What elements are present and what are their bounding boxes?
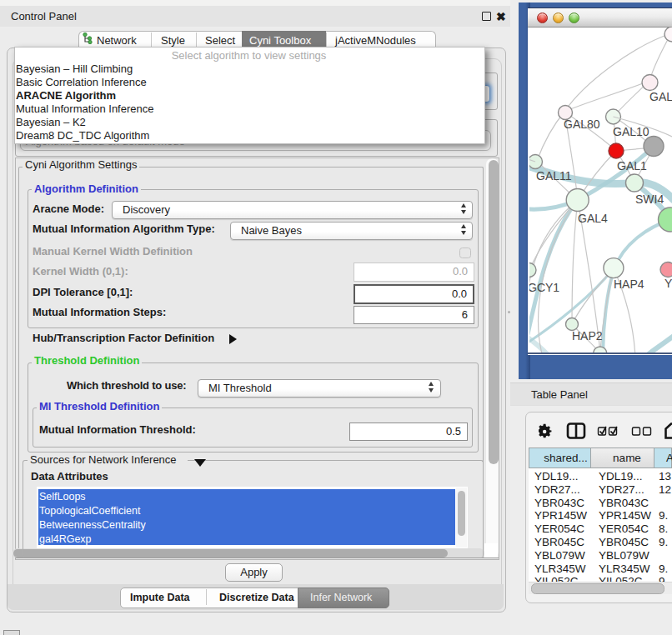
svg-text:YEL0: YEL0 [664, 277, 672, 290]
svg-text:SWI4: SWI4 [635, 192, 664, 206]
svg-text:HAP2: HAP2 [572, 329, 603, 342]
svg-text:GAL10: GAL10 [613, 125, 649, 138]
svg-text:GAL1: GAL1 [617, 159, 647, 172]
svg-text:GCY1: GCY1 [529, 281, 559, 294]
svg-text:GAL11: GAL11 [536, 169, 572, 182]
svg-text:GAL4: GAL4 [578, 212, 608, 225]
svg-text:GAL80: GAL80 [564, 118, 600, 131]
svg-text:GAL7: GAL7 [649, 90, 672, 103]
svg-text:HAP4: HAP4 [614, 278, 644, 291]
